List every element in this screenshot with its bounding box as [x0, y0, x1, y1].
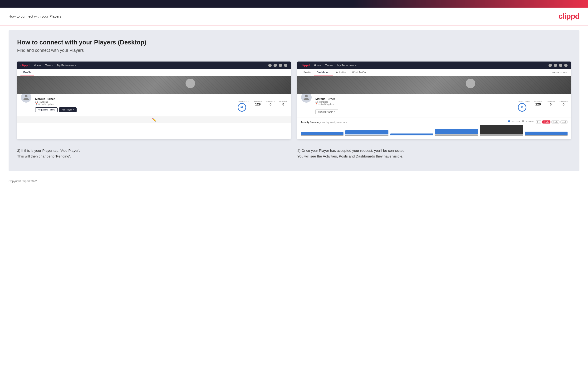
user-icon-right — [554, 64, 557, 67]
activity-legend: On course Off course — [508, 120, 534, 123]
bar-off-4 — [435, 134, 478, 136]
mock-nav-icons-left — [268, 64, 287, 67]
user-dropdown-right[interactable]: Marcus Turner ▾ — [552, 71, 568, 74]
quality-wrap-left: Player Quality 92 — [238, 100, 250, 112]
mock-profile-right: Marcus Turner 1-5 Handicap 📍 United King… — [297, 94, 571, 117]
scroll-icon-left: ✏️ — [152, 118, 156, 122]
screenshots-row: clippd Home Teams My Performance Profile — [17, 61, 571, 139]
quality-label-right: Player Quality — [518, 100, 530, 102]
copyright-text: Copyright Clippd 2022 — [9, 180, 37, 183]
filter-3mths[interactable]: 3 mths — [551, 120, 560, 124]
profile-info-left: Marcus Turner 1-5 Handicap 📍 United King… — [35, 96, 234, 112]
bar-group-5 — [480, 125, 523, 136]
tab-dashboard-right[interactable]: Dashboard — [314, 69, 333, 76]
mock-hero-right — [297, 76, 571, 94]
mock-nav-home-right: Home — [314, 64, 321, 67]
top-bar — [0, 0, 588, 8]
player-buttons-left: Request to Follow Add Player + — [35, 107, 234, 112]
tab-profile-left[interactable]: Profile — [20, 69, 34, 76]
bar-off-6 — [525, 135, 568, 136]
player-handicap-right: 1-5 Handicap — [315, 101, 515, 103]
profile-info-right: Marcus Turner 1-5 Handicap 📍 United King… — [315, 96, 515, 114]
stat-following-left: Following 0 — [279, 100, 287, 112]
footer: Copyright Clippd 2022 — [0, 176, 588, 187]
request-follow-button[interactable]: Request to Follow — [35, 107, 58, 112]
mock-nav-performance-right: My Performance — [337, 64, 356, 67]
caption-left: 3) If this is your Player tap, 'Add Play… — [17, 148, 291, 159]
player-buttons-right: Remove Player ✕ — [315, 107, 515, 114]
globe-icon-left — [284, 64, 287, 67]
mock-logo-right: clippd — [301, 63, 310, 67]
mock-nav-performance-left: My Performance — [57, 64, 76, 67]
filter-1yr[interactable]: 1 yr — [536, 120, 541, 124]
page-title: How to connect with your Players — [9, 14, 61, 18]
bar-on-3 — [390, 133, 433, 135]
legend-offcourse: Off course — [522, 120, 534, 123]
globe-icon-right — [564, 64, 568, 67]
bar-group-2 — [345, 130, 388, 136]
clippd-logo: clippd — [559, 12, 579, 21]
tab-whattoon-right[interactable]: What To On — [349, 69, 369, 76]
filter-6mths[interactable]: 6 mths — [542, 120, 550, 124]
bar-off-2 — [345, 135, 388, 136]
bar-on-6 — [525, 132, 568, 135]
mock-nav-teams-left: Teams — [45, 64, 53, 67]
quality-circle-left: 92 — [238, 103, 246, 112]
player-stats-right: Player Quality 92 Activities 129 Followe… — [518, 99, 568, 113]
main-content: How to connect with your Players (Deskto… — [9, 30, 579, 171]
stat-activities-left: Activities 129 — [254, 100, 262, 112]
player-location-right: 📍 United Kingdom — [315, 103, 515, 106]
screenshot-left: clippd Home Teams My Performance Profile — [17, 61, 291, 139]
activity-sub: Monthly Activity · 6 Months — [322, 121, 347, 124]
header: How to connect with your Players clippd — [0, 8, 588, 25]
mock-nav-teams-right: Teams — [325, 64, 333, 67]
quality-label-left: Player Quality — [238, 100, 250, 102]
bar-off-3 — [390, 136, 433, 136]
player-name-left: Marcus Turner — [35, 97, 234, 101]
remove-x-icon: ✕ — [334, 110, 336, 113]
bar-on-2 — [345, 130, 388, 134]
mock-navbar-left: clippd Home Teams My Performance — [17, 61, 291, 69]
bar-on-5 — [480, 125, 523, 134]
search-icon-right — [548, 64, 552, 67]
activity-filters: 1 yr 6 mths 3 mths 1 mth — [536, 120, 568, 124]
offcourse-dot — [522, 120, 524, 122]
player-stats-left: Player Quality 92 Activities 129 Followe… — [238, 99, 287, 113]
mock-logo-left: clippd — [20, 63, 29, 67]
tab-activities-right[interactable]: Activities — [333, 69, 349, 76]
remove-player-button[interactable]: Remove Player ✕ — [315, 109, 338, 114]
caption-right: 4) Once your Player has accepted your re… — [297, 148, 571, 159]
user-icon-left — [274, 64, 277, 67]
mock-navbar-right: clippd Home Teams My Performance — [297, 61, 571, 69]
add-player-button[interactable]: Add Player + — [59, 107, 77, 112]
mock-nav-icons-right — [548, 64, 568, 67]
bar-off-1 — [301, 135, 344, 136]
stat-following-right: Following 0 — [560, 100, 568, 112]
main-title: How to connect with your Players (Deskto… — [17, 39, 571, 46]
main-subtitle: Find and connect with your Players — [17, 48, 571, 53]
mock-nav-home-left: Home — [34, 64, 41, 67]
mock-tabs-right: Profile Dashboard Activities What To On … — [297, 69, 571, 76]
activity-summary: Activity Summary Monthly Activity · 6 Mo… — [297, 117, 571, 139]
quality-wrap-right: Player Quality 92 — [518, 100, 530, 112]
stat-followers-right: Followers 0 — [547, 100, 555, 112]
quality-circle-right: 92 — [518, 103, 526, 112]
bar-group-4 — [435, 129, 478, 136]
screenshot-right: clippd Home Teams My Performance Profile… — [297, 61, 571, 139]
player-name-right: Marcus Turner — [315, 97, 515, 101]
bar-on-4 — [435, 129, 478, 134]
bar-on-1 — [301, 132, 344, 135]
mock-tabs-left: Profile — [17, 69, 291, 76]
player-location-left: 📍 United Kingdom — [35, 103, 234, 106]
bar-group-6 — [525, 132, 568, 136]
settings-icon-right — [559, 64, 562, 67]
tabs-group-right: Profile Dashboard Activities What To On — [301, 69, 369, 76]
oncourse-dot — [508, 120, 510, 122]
filter-1mth[interactable]: 1 mth — [560, 120, 568, 124]
tab-profile-right[interactable]: Profile — [301, 69, 314, 76]
captions-row: 3) If this is your Player tap, 'Add Play… — [17, 148, 571, 159]
legend-oncourse: On course — [508, 120, 520, 123]
activity-bars — [301, 125, 568, 137]
player-handicap-left: 1-5 Handicap — [35, 101, 234, 103]
stat-activities-right: Activities 129 — [534, 100, 542, 112]
